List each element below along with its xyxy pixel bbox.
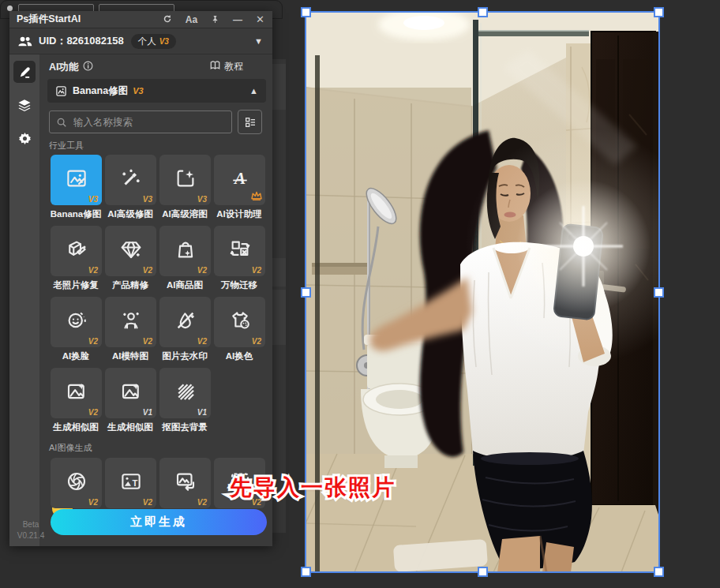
sidebar-item-layers[interactable] <box>13 94 36 116</box>
tool-tile-生成相似图[interactable]: V1 <box>105 368 156 418</box>
shopping-bag-icon <box>174 238 197 264</box>
search-icon <box>56 117 67 128</box>
tool-version-badge: V2 <box>197 266 207 275</box>
tool-tile-图片去水印[interactable]: V2 <box>159 297 211 347</box>
section-title: Banana修图 <box>73 84 128 98</box>
annotation-import-photo-hint: 先导入一张照片 <box>230 473 396 503</box>
tool-version-badge: V1 <box>143 408 152 417</box>
info-icon[interactable] <box>83 60 93 74</box>
text-size-icon[interactable]: Aa <box>186 15 197 24</box>
panel-titlebar[interactable]: Ps插件StartAI Aa — ✕ <box>9 11 272 28</box>
tool-version-badge: V2 <box>197 337 207 346</box>
minimize-icon[interactable]: — <box>233 15 242 24</box>
account-row[interactable]: UID：8261082158 个人 V3 ▼ <box>9 28 272 54</box>
tool-version-badge: V2 <box>143 498 152 507</box>
sidebar-item-edit[interactable] <box>13 61 36 83</box>
tool-label: AI换脸 <box>46 350 106 362</box>
svg-text:A: A <box>232 169 245 188</box>
transform-handle-top-mid[interactable] <box>478 7 488 17</box>
tool-nav-sidebar <box>9 54 39 546</box>
similar-image-icon <box>119 380 143 406</box>
tool-tile-AI高级溶图[interactable]: V3 <box>159 155 211 205</box>
tool-tile-产品精修[interactable]: V2 <box>105 226 156 276</box>
uid-text: UID：8261082158 <box>39 34 124 48</box>
group-label-ai-image-generation: AI图像生成 <box>49 442 92 454</box>
tool-version-badge: V2 <box>143 337 152 346</box>
magic-wand-icon <box>119 167 143 193</box>
tool-tile-万物迁移[interactable]: V2 <box>214 226 265 276</box>
tool-tile-aperture-icon[interactable]: V2 <box>51 458 102 508</box>
panel-dock-strip <box>272 59 286 533</box>
tool-tile-AI模特图[interactable]: V2 <box>105 297 156 347</box>
transform-handle-mid-right[interactable] <box>654 287 664 298</box>
tool-label: 生成相似图 <box>100 421 160 433</box>
svg-text:T: T <box>132 478 137 488</box>
tool-label: AI高级溶图 <box>155 208 215 220</box>
transform-handle-top-left[interactable] <box>301 7 311 17</box>
generate-button[interactable]: 立即生成 <box>51 509 267 535</box>
chevron-down-icon[interactable]: ▼ <box>254 36 263 46</box>
tool-label: AI高级修图 <box>100 208 160 220</box>
search-input[interactable] <box>72 116 217 129</box>
close-icon[interactable]: ✕ <box>256 14 264 24</box>
tool-tile-AI换色[interactable]: V2 <box>214 297 265 347</box>
search-box[interactable] <box>49 110 232 133</box>
transform-handle-bottom-mid[interactable] <box>478 567 488 577</box>
image-icon <box>55 85 67 97</box>
pin-icon[interactable] <box>211 14 219 25</box>
tutorial-button[interactable]: 教程 <box>209 60 243 73</box>
tool-tile-image-text-icon[interactable]: TV2 <box>105 458 156 508</box>
tool-tile-AI设计助理[interactable]: A <box>214 155 265 205</box>
tool-version-badge: V2 <box>88 337 98 346</box>
tool-version-badge: V1 <box>197 408 207 417</box>
tool-tile-抠图去背景[interactable]: V1 <box>159 368 211 418</box>
refresh-icon[interactable] <box>163 14 172 25</box>
photo-restore-icon <box>65 238 88 264</box>
tool-version-badge: V2 <box>143 266 152 275</box>
tool-label: AI换色 <box>209 350 269 362</box>
watermark-remove-icon <box>174 309 197 335</box>
tool-label: 产品精修 <box>100 279 160 291</box>
sidebar-item-settings[interactable] <box>13 127 36 149</box>
aperture-icon <box>65 470 88 496</box>
users-icon <box>17 36 32 47</box>
transform-handle-top-right[interactable] <box>654 7 664 17</box>
cutout-stripes-icon <box>174 380 197 406</box>
tool-tile-生成相似图[interactable]: V2 <box>51 368 102 418</box>
image-edit-icon <box>65 167 88 193</box>
transform-handle-bottom-left[interactable] <box>301 567 311 577</box>
banana-section-header[interactable]: Banana修图 V3 ▲ <box>47 79 266 103</box>
list-view-icon <box>244 116 257 129</box>
view-list-button[interactable] <box>238 110 262 134</box>
beta-version-info: Beta V0.21.4 <box>13 519 48 541</box>
tool-version-badge: V2 <box>88 408 98 417</box>
tool-tile-image-redo-icon[interactable]: V2 <box>159 458 211 508</box>
tool-tile-Banana修图[interactable]: V3 <box>51 155 102 205</box>
tool-tile-AI商品图[interactable]: V2 <box>159 226 211 276</box>
image-text-icon: T <box>119 470 143 496</box>
tool-version-badge: V3 <box>143 195 152 204</box>
tool-label: 抠图去背景 <box>155 421 215 433</box>
letter-a-icon: A <box>228 167 252 193</box>
tool-label: 老照片修复 <box>46 279 106 291</box>
tool-label: AI设计助理 <box>209 208 269 220</box>
tool-version-badge: V3 <box>197 195 207 204</box>
tool-version-badge: V2 <box>88 498 98 507</box>
tool-version-badge: V2 <box>197 498 207 507</box>
tool-version-badge: V2 <box>88 266 98 275</box>
tool-version-badge: V2 <box>252 266 261 275</box>
chevron-up-icon[interactable]: ▲ <box>249 86 258 96</box>
group-label-industry-tools: 行业工具 <box>49 140 84 152</box>
tool-version-badge: V3 <box>88 195 98 204</box>
tool-tile-AI高级修图[interactable]: V3 <box>105 155 156 205</box>
tool-label: AI模特图 <box>100 350 160 362</box>
tool-tile-AI换脸[interactable]: V2 <box>51 297 102 347</box>
tool-label: 万物迁移 <box>209 279 269 291</box>
book-icon <box>209 60 221 73</box>
tool-label: 生成相似图 <box>46 421 106 433</box>
transform-handle-mid-left[interactable] <box>301 287 311 298</box>
crown-icon <box>250 189 263 204</box>
transform-handle-bottom-right[interactable] <box>654 567 664 577</box>
tool-tile-老照片修复[interactable]: V2 <box>51 226 102 276</box>
tool-label: 图片去水印 <box>155 350 215 362</box>
